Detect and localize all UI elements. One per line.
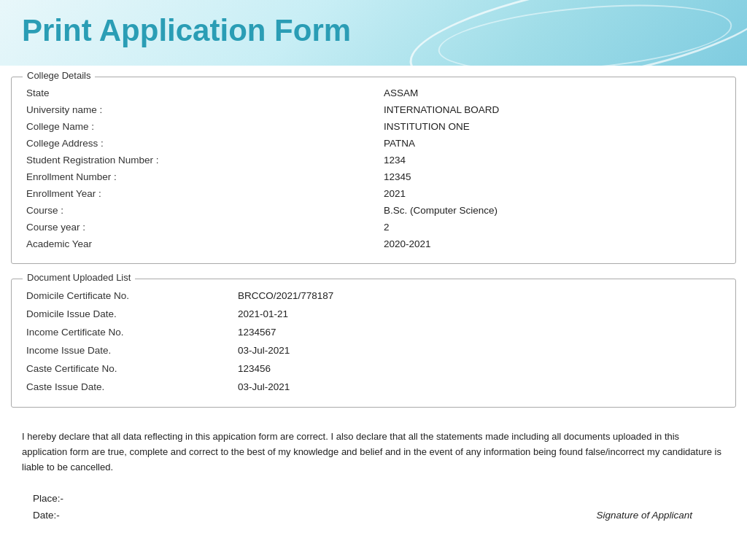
document-list-row: Income Issue Date.03-Jul-2021 [26,341,721,359]
college-detail-row: Course :B.Sc. (Computer Science) [26,202,721,219]
college-details-section: College Details StateASSAMUniversity nam… [11,77,736,264]
document-list-row: Domicile Issue Date.2021-01-21 [26,305,721,323]
college-detail-label: Student Registration Number : [26,155,384,166]
document-list-value: 03-Jul-2021 [238,345,290,356]
page-title: Print Application Form [22,13,725,48]
college-details-legend: College Details [23,70,95,81]
signature-area: Signature of Applicant [596,510,714,521]
document-list-value: 2021-01-21 [238,308,288,319]
college-detail-row: University name :INTERNATIONAL BOARD [26,101,721,118]
place-line: Place:- [33,493,63,504]
document-list-row: Caste Certificate No.123456 [26,359,721,378]
document-list-value: 03-Jul-2021 [238,381,290,392]
college-detail-value: B.Sc. (Computer Science) [384,205,498,216]
college-detail-value: 2021 [384,188,406,199]
college-detail-label: Course : [26,205,384,216]
college-detail-value: ASSAM [384,88,418,98]
document-list-row: Domicile Certificate No.BRCCO/2021/77818… [26,287,721,305]
document-list-rows: Domicile Certificate No.BRCCO/2021/77818… [26,287,721,396]
document-list-row: Income Certificate No.1234567 [26,323,721,341]
college-detail-label: College Address : [26,138,384,149]
declaration-section: I hereby declare that all data reflectin… [11,422,736,528]
college-detail-label: Enrollment Number : [26,171,384,182]
college-detail-label: Enrollment Year : [26,188,384,199]
document-list-label: Caste Issue Date. [26,381,238,392]
college-detail-label: Academic Year [26,238,384,249]
college-detail-label: Course year : [26,222,384,233]
document-list-section: Document Uploaded List Domicile Certific… [11,279,736,408]
document-list-label: Caste Certificate No. [26,363,238,374]
document-list-label: Domicile Issue Date. [26,308,238,319]
college-detail-row: Enrollment Number :12345 [26,168,721,185]
college-detail-value: 2020-2021 [384,238,431,249]
college-detail-row: Academic Year2020-2021 [26,236,721,252]
college-detail-value: INSTITUTION ONE [384,121,470,132]
college-detail-label: State [26,88,384,98]
document-list-label: Income Issue Date. [26,345,238,356]
college-detail-row: StateASSAM [26,85,721,101]
college-detail-value: PATNA [384,138,415,149]
document-list-row: Caste Issue Date.03-Jul-2021 [26,378,721,396]
college-detail-row: Student Registration Number :1234 [26,152,721,168]
document-list-label: Domicile Certificate No. [26,290,238,301]
college-detail-row: Enrollment Year :2021 [26,185,721,202]
header-section: Print Application Form [0,0,747,66]
college-detail-value: 12345 [384,171,411,182]
declaration-text: I hereby declare that all data reflectin… [22,429,725,475]
college-detail-row: College Name :INSTITUTION ONE [26,118,721,135]
place-date-area: Place:- Date:- [33,493,63,521]
document-list-value: 1234567 [238,327,276,338]
college-detail-value: 2 [384,222,390,233]
signature-label: Signature of Applicant [596,510,692,521]
college-detail-row: College Address :PATNA [26,135,721,152]
college-detail-value: 1234 [384,155,406,166]
college-detail-label: College Name : [26,121,384,132]
document-list-label: Income Certificate No. [26,327,238,338]
document-list-legend: Document Uploaded List [23,272,135,283]
college-detail-value: INTERNATIONAL BOARD [384,104,499,115]
college-detail-row: Course year :2 [26,219,721,236]
college-detail-label: University name : [26,104,384,115]
bottom-row: Place:- Date:- Signature of Applicant [22,493,725,521]
content-area: College Details StateASSAMUniversity nam… [0,66,747,542]
document-list-value: 123456 [238,363,271,374]
document-list-value: BRCCO/2021/778187 [238,290,333,301]
college-details-rows: StateASSAMUniversity name :INTERNATIONAL… [26,85,721,252]
date-line: Date:- [33,510,63,521]
